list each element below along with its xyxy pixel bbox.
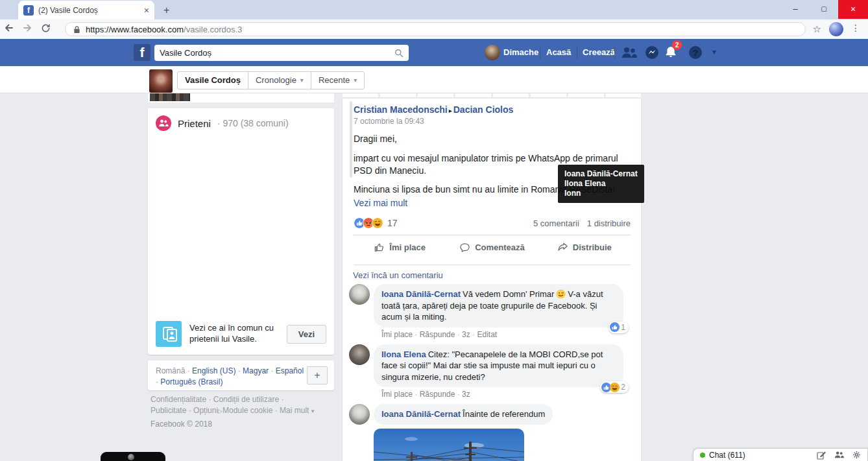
copyright: Facebook © 2018 [151, 419, 320, 430]
url-domain: https://www.facebook.com [86, 25, 184, 34]
settings-gear-icon[interactable] [852, 451, 861, 459]
comment-like-link[interactable]: Îmi place [381, 390, 413, 399]
comment-text: Înainte de referendum [463, 409, 545, 419]
browser-tab-bar: f (2) Vasile Cordoș × + – ▢ × [0, 0, 868, 19]
reload-icon[interactable] [36, 23, 54, 36]
friends-title-link[interactable]: Prieteni [178, 118, 211, 129]
like-button[interactable]: Îmi place [354, 235, 446, 259]
shares-count-link[interactable]: 1 distribuire [587, 219, 631, 228]
chat-bar[interactable]: Chat (611) [693, 448, 868, 461]
comment-reactions-badge[interactable]: 2 [600, 381, 629, 393]
street-photo [374, 429, 524, 461]
share-button[interactable]: Distribuie [538, 235, 631, 259]
help-icon[interactable]: ? [688, 45, 703, 60]
comment-like-link[interactable]: Îmi place [381, 330, 413, 339]
contacts-icon[interactable] [834, 451, 844, 459]
previous-card-edge [343, 93, 641, 98]
language-link[interactable]: Português (Brasil) [156, 377, 223, 386]
tooltip-name: Ioana Dănilă-Cernat [564, 169, 638, 179]
footer-link[interactable]: Condiții de utilizare [206, 395, 279, 404]
comments-count-link[interactable]: 5 comentarii [533, 219, 579, 228]
language-link[interactable]: Magyar [235, 366, 269, 375]
comment-photo[interactable]: 1 [374, 429, 524, 461]
language-link[interactable]: Español [269, 366, 304, 375]
friend-requests-icon[interactable] [621, 45, 636, 60]
haha-reaction-icon[interactable] [372, 217, 383, 229]
like-reaction-icon [610, 322, 620, 332]
mutual-friends-icon [156, 321, 182, 347]
comment-reply-link[interactable]: Răspunde [413, 390, 455, 399]
comment-button[interactable]: Comentează [446, 235, 538, 259]
commenter-name-link[interactable]: Ioana Dănilă-Cernat [381, 289, 461, 299]
url-path: /vasile.cordos.3 [184, 25, 242, 34]
browser-tab[interactable]: f (2) Vasile Cordoș × [18, 1, 154, 19]
reaction-icons[interactable] [354, 217, 383, 229]
see-more-comments-link[interactable]: Vezi încă un comentariu [353, 270, 443, 280]
create-link[interactable]: Creează [583, 39, 615, 66]
home-link[interactable]: Acasă [546, 39, 571, 66]
bookmark-star-icon[interactable]: ☆ [813, 23, 821, 35]
notification-badge: 2 [672, 40, 682, 50]
tab-close-icon[interactable]: × [144, 6, 149, 15]
see-mutual-button[interactable]: Vezi [287, 325, 326, 344]
footer-link[interactable]: Opțiuni [186, 406, 218, 415]
commenter-avatar[interactable] [349, 344, 370, 365]
arrow-right-icon: ▸ [448, 107, 453, 114]
recent-dropdown[interactable]: Recente▾ [311, 72, 364, 89]
profile-name-tab[interactable]: Vasile Cordoș [178, 72, 248, 89]
header-user-avatar[interactable] [485, 45, 500, 60]
photo-fragment[interactable] [150, 93, 190, 101]
minimized-video[interactable] [101, 452, 165, 461]
tooltip-name: Ionn [564, 189, 638, 198]
post-actions: Îmi place Comentează Distribuie [354, 235, 631, 259]
post-timestamp[interactable]: 7 octombrie la 09:43 [354, 117, 631, 126]
commenter-avatar[interactable] [349, 284, 370, 305]
new-tab-button[interactable]: + [163, 5, 169, 16]
add-language-button[interactable]: + [307, 366, 328, 384]
comment-bubble: Ioana Dănilă-CernatVă vedem Domn' Primar… [374, 284, 623, 327]
account-menu-caret-icon[interactable]: ▾ [712, 47, 716, 56]
messenger-icon[interactable] [644, 45, 660, 60]
window-maximize-button[interactable]: ▢ [811, 0, 837, 19]
comment-timestamp[interactable]: 3z [455, 390, 470, 399]
post-paragraph: Dragii mei, [354, 133, 631, 145]
forward-icon[interactable] [18, 23, 36, 36]
back-icon[interactable] [0, 23, 18, 36]
header-divider [577, 46, 577, 59]
comment-reply-link[interactable]: Răspunde [413, 330, 455, 339]
commenter-name-link[interactable]: Ilona Elena [381, 349, 426, 359]
browser-menu-icon[interactable]: ⋮ [851, 23, 860, 33]
post-author-link[interactable]: Cristian Macedonschi [354, 104, 448, 115]
language-card: RomânăEnglish (US)MagyarEspañolPortuguês… [148, 361, 334, 390]
comment-bubble-icon [459, 242, 470, 253]
friends-count: · 970 (38 comuni) [217, 118, 289, 128]
facebook-header: f Dimache Acasă Creează ? ▾ [0, 39, 868, 66]
new-message-icon[interactable] [817, 451, 826, 460]
commenter-avatar[interactable] [349, 404, 370, 425]
window-close-button[interactable]: × [838, 0, 868, 19]
footer-link[interactable]: Mai mult [272, 406, 309, 415]
address-bar[interactable]: https://www.facebook.com/vasile.cordos.3 [65, 22, 806, 36]
footer-link[interactable]: Confidențialitate [151, 395, 206, 404]
url-text: https://www.facebook.com/vasile.cordos.3 [86, 25, 242, 34]
footer-link[interactable]: Module cookie [223, 406, 272, 415]
see-more-link[interactable]: Vezi mai mult [354, 198, 407, 208]
timeline-dropdown[interactable]: Cronologie▾ [248, 72, 311, 89]
browser-profile-avatar[interactable] [829, 22, 843, 36]
profile-subheader: Vasile Cordoș Cronologie▾ Recente▾ [0, 66, 868, 93]
post-recipient-link[interactable]: Dacian Ciolos [453, 104, 514, 115]
commenter-name-link[interactable]: Ioana Dănilă-Cernat [381, 409, 461, 419]
lock-icon [73, 25, 80, 34]
search-icon[interactable] [394, 49, 404, 58]
comment-like-badge[interactable]: 1 [609, 322, 629, 333]
tab-title: (2) Vasile Cordoș [38, 6, 139, 15]
search-input[interactable] [160, 48, 394, 58]
comment-timestamp[interactable]: 3z [455, 330, 470, 339]
window-minimize-button[interactable]: – [782, 0, 808, 19]
facebook-logo[interactable]: f [134, 44, 151, 61]
profile-thumbnail[interactable] [149, 69, 173, 93]
reaction-count[interactable]: 17 [387, 218, 398, 228]
search-box[interactable] [154, 45, 409, 61]
profile-shortcut-link[interactable]: Dimache [503, 39, 538, 66]
language-link[interactable]: English (US) [185, 366, 235, 375]
